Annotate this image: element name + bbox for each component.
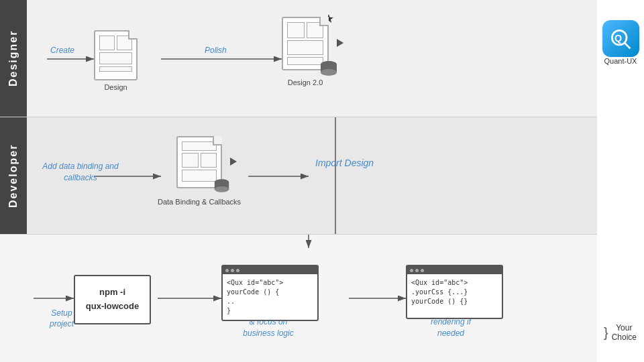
developer-label: Developer [0,117,27,234]
window2-dot3 [421,269,424,272]
svg-text:Q: Q [614,32,622,43]
window1-titlebar [223,266,317,274]
svg-line-22 [624,42,630,48]
add-binding-label: Add data binding and callbacks [40,161,121,184]
data-binding-db-icon [213,179,230,195]
code1-line4: } [227,306,313,316]
code-window1-wrapper: <Qux id="abc"> yourCode () { .. } [221,265,319,321]
design2-label: Design 2.0 [288,78,323,86]
developer-content: Add data binding and callbacks [27,117,597,234]
data-binding-arrow-right [230,156,237,168]
design2-artifact: ★ [282,17,329,86]
code-window2: <Qux id="abc"> .yourCss {...} yourCode (… [406,265,503,319]
your-choice-section: } Your Choice [604,323,637,342]
svg-point-13 [215,186,229,192]
window2-dot2 [415,269,419,272]
design2-arrow-right [337,38,343,50]
design-artifact: Design [94,30,138,91]
your-choice-label: Your Choice [611,323,637,342]
data-binding-artifact: Data Binding & Callbacks [158,136,241,206]
svg-point-5 [321,69,337,76]
code2-line1: <Qux id="abc"> [411,278,498,288]
window1-dot3 [236,269,239,272]
window2-dot1 [410,269,413,272]
code-window2-wrapper: <Qux id="abc"> .yourCss {...} yourCode (… [406,265,503,319]
window2-body: <Qux id="abc"> .yourCss {...} yourCode (… [407,274,502,318]
window2-titlebar [407,266,502,274]
code2-line3: yourCode () {} [411,297,498,306]
code1-line1: <Qux id="abc"> [227,278,313,288]
design-doc-icon [94,30,138,80]
your-choice-bracket: } Your Choice [604,323,637,342]
quant-ux-icon: Q [602,20,639,57]
create-label: Create [50,46,74,55]
designer-label: Designer [0,0,27,117]
code-row: Setupproject npm -i qux-lowcode Use QUX … [0,235,597,362]
polish-label: Polish [205,46,227,55]
code-content: Setupproject npm -i qux-lowcode Use QUX … [27,235,597,362]
npm-box-wrapper: npm -i qux-lowcode [74,275,151,324]
quant-ux-section: Q Quant-UX [602,20,639,65]
code1-line3: .. [227,297,313,306]
window1-dot2 [231,269,234,272]
flow-area: Designer Create [0,0,597,362]
quant-ux-label: Quant-UX [604,57,637,65]
side-panel: Q Quant-UX } Your Choice [597,0,644,362]
designer-row: Designer Create [0,0,597,117]
window1-body: <Qux id="abc"> yourCode () { .. } [223,274,317,320]
code-window1: <Qux id="abc"> yourCode () { .. } [221,265,319,321]
data-binding-label: Data Binding & Callbacks [158,198,241,206]
window1-dot1 [225,269,229,272]
code1-line2: yourCode () { [227,288,313,297]
developer-row: Developer [0,117,597,235]
design-label: Design [104,83,127,91]
designer-content: Create Design [27,0,597,117]
db-icon [319,61,338,78]
import-design-label: Import Design [315,158,374,168]
code2-line2: .yourCss {...} [411,288,498,297]
npm-box: npm -i qux-lowcode [74,275,151,324]
main-container: Designer Create [0,0,644,362]
